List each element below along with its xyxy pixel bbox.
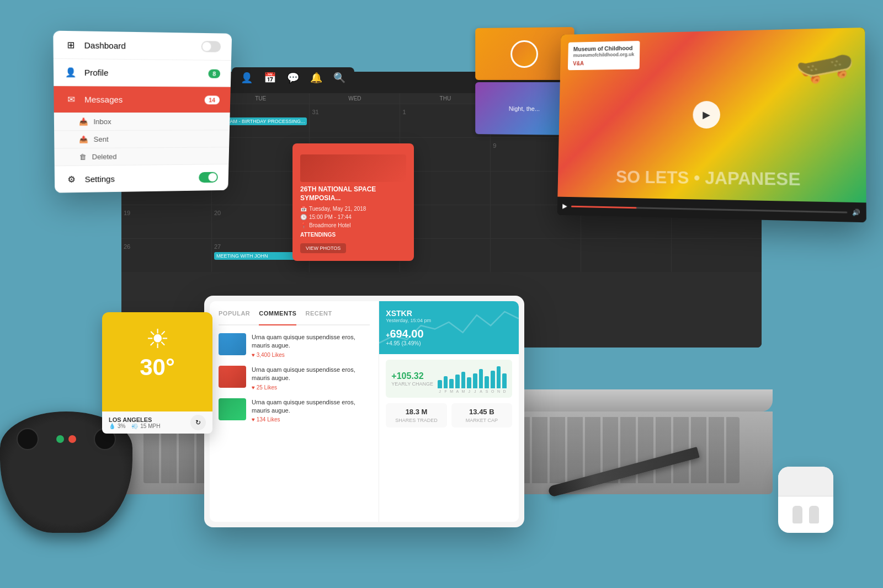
tab-popular[interactable]: POPULAR	[219, 310, 250, 320]
stat-shares-label: SHARES TRADED	[390, 418, 442, 423]
sidebar-menu: ⊞ Dashboard 👤 Profile 8 ✉ Messages 14 📥 …	[53, 31, 232, 193]
stock-price: +694.00	[386, 328, 423, 340]
tablet-stock-panel: XSTKR Yesterday, 15:04 pm +694.00 +4.95 …	[379, 301, 519, 522]
nav-icon-user[interactable]: 👤	[241, 72, 253, 84]
cal-cell[interactable]	[581, 239, 671, 272]
stock-date: Yesterday, 15:04 pm	[386, 318, 512, 323]
volume-icon[interactable]: 🔊	[852, 209, 860, 216]
deleted-icon: 🗑	[79, 153, 86, 161]
event-title: 26TH NATIONAL SPACE SYMPOSIA...	[300, 185, 406, 202]
video-progress-bar[interactable]	[571, 205, 847, 213]
cal-cell[interactable]	[491, 239, 581, 272]
article-likes-2: 25 Likes	[252, 384, 370, 391]
video-player: Museum of Childhood museumofchildhood.or…	[557, 28, 866, 222]
weather-refresh-button[interactable]: ↻	[190, 415, 206, 430]
tab-recent[interactable]: RECENT	[305, 310, 332, 320]
yearly-change-value: +105.32	[391, 371, 433, 381]
sidebar-item-inbox[interactable]: 📥 Inbox	[54, 113, 230, 131]
nav-icon-search[interactable]: 🔍	[333, 72, 345, 84]
bar-M	[449, 379, 454, 389]
play-icon[interactable]: ▶	[562, 202, 567, 210]
dashboard-icon: ⊞	[65, 39, 76, 50]
airpod-left	[792, 506, 802, 523]
article-content-3: Urna quam quisque suspendisse eros, maur…	[252, 398, 370, 423]
gamepad-btn-a[interactable]	[56, 435, 64, 443]
airpods-content	[778, 496, 833, 533]
cal-cell[interactable]: 31	[310, 104, 400, 137]
tablet-articles-panel: POPULAR COMMENTS RECENT Urna quam quisqu…	[210, 301, 379, 522]
bar-label-J: J	[438, 389, 442, 393]
bar-A	[479, 369, 483, 388]
bar-A	[455, 375, 460, 388]
photo-item-1	[475, 27, 574, 80]
bar-label-A: A	[455, 389, 460, 393]
article-tabs: POPULAR COMMENTS RECENT	[219, 310, 370, 325]
gamepad-btn-b[interactable]	[68, 435, 76, 443]
tab-comments[interactable]: COMMENTS	[259, 310, 296, 325]
bar-label-M: M	[461, 389, 466, 393]
event-date: 📅 Tuesday, May 21, 2018	[300, 206, 406, 212]
article-thumb-2	[219, 366, 246, 388]
article-thumb-3	[219, 398, 246, 420]
play-button[interactable]: ▶	[693, 101, 720, 129]
dashboard-toggle[interactable]	[201, 41, 221, 52]
sidebar-item-settings[interactable]: ⚙ Settings	[55, 164, 229, 193]
museum-label: Museum of Childhood museumofchildhood.or…	[568, 41, 640, 70]
tablet-content: POPULAR COMMENTS RECENT Urna quam quisqu…	[210, 301, 519, 522]
tablet: POPULAR COMMENTS RECENT Urna quam quisqu…	[204, 296, 524, 527]
event-attendees-label: ATTENDINGS	[300, 232, 406, 238]
sidebar-item-dashboard[interactable]: ⊞ Dashboard	[53, 31, 232, 61]
article-likes-1: 3,400 Likes	[252, 352, 370, 358]
sidebar-item-sent[interactable]: 📤 Sent	[54, 130, 230, 148]
stock-ticker: XSTKR	[386, 309, 512, 318]
stock-bar-chart	[438, 366, 507, 388]
bar-label-A: A	[479, 389, 483, 393]
stock-header: XSTKR Yesterday, 15:04 pm +694.00 +4.95 …	[379, 301, 519, 354]
cal-day-wed: WED	[310, 93, 400, 104]
skate-decoration: 🛹	[790, 34, 859, 99]
article-likes-3: 134 Likes	[252, 416, 370, 423]
article-text-2: Urna quam quisque suspendisse eros, maur…	[252, 366, 370, 383]
bar-label-N: N	[497, 389, 501, 393]
bar-label-F: F	[444, 389, 448, 393]
bar-M	[461, 372, 466, 388]
stat-market-cap: 13.45 B MARKET CAP	[451, 403, 512, 427]
bar-J	[438, 380, 442, 388]
cal-cell[interactable]: 19	[121, 205, 211, 238]
view-photos-button[interactable]: VIEW PHOTOS	[300, 243, 346, 253]
bar-N	[497, 366, 501, 388]
museum-subtitle: museumofchildhood.org.uk	[573, 52, 634, 59]
event-time: 🕒 15:00 PM - 17:44	[300, 214, 406, 220]
bar-label-M: M	[449, 389, 454, 393]
weather-humidity: 💧 3% 💨 15 MPH	[109, 423, 160, 429]
nav-icon-bell[interactable]: 🔔	[310, 72, 322, 84]
humidity-icon: 💧	[109, 423, 115, 429]
sent-icon: 📤	[79, 135, 88, 143]
article-thumb-1	[219, 333, 246, 355]
yearly-change-label: YEARLY CHANGE	[391, 381, 433, 387]
sidebar-item-profile[interactable]: 👤 Profile 8	[54, 59, 231, 87]
va-logo: V&A	[573, 59, 634, 67]
bar-F	[444, 376, 448, 389]
gamepad-left-stick[interactable]	[17, 428, 39, 450]
stock-bar-labels: JFMAMJJASOND	[438, 389, 507, 393]
weather-widget: ☀ 30° LOS ANGELES 💧 3% 💨 15 MPH ↻	[102, 312, 212, 434]
stock-stats: 18.3 M SHARES TRADED 13.45 B MARKET CAP	[386, 403, 512, 427]
settings-toggle[interactable]	[199, 172, 218, 183]
nav-icon-calendar[interactable]: 📅	[264, 72, 276, 84]
sidebar-label-inbox: Inbox	[93, 117, 111, 126]
article-item-1: Urna quam quisque suspendisse eros, maur…	[219, 333, 370, 358]
bar-D	[502, 373, 507, 389]
bar-label-O: O	[491, 389, 495, 393]
cal-cell[interactable]	[672, 239, 762, 272]
sidebar-label-profile: Profile	[84, 68, 201, 78]
sidebar-item-deleted[interactable]: 🗑 Deleted	[54, 147, 229, 166]
nav-icon-message[interactable]: 💬	[287, 72, 299, 84]
sidebar-label-sent: Sent	[94, 135, 109, 143]
cal-cell[interactable]: 26	[121, 239, 211, 272]
settings-icon: ⚙	[66, 174, 77, 184]
sidebar-item-messages[interactable]: ✉ Messages 14	[54, 86, 231, 113]
profile-badge: 8	[208, 69, 220, 78]
event-popup: 26TH NATIONAL SPACE SYMPOSIA... 📅 Tuesda…	[292, 143, 414, 261]
article-content-2: Urna quam quisque suspendisse eros, maur…	[252, 366, 370, 391]
